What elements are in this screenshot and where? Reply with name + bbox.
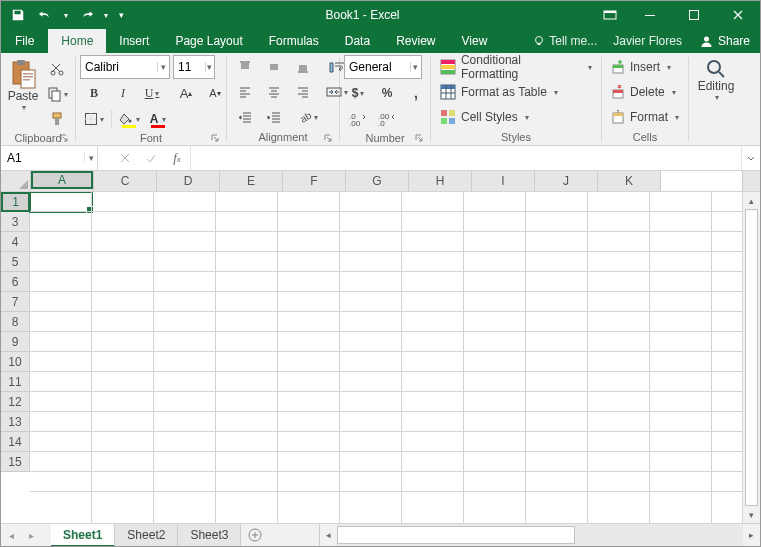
align-bottom-button[interactable] [289, 55, 317, 79]
tab-insert[interactable]: Insert [106, 29, 162, 53]
font-color-button[interactable]: A▾ [144, 107, 172, 131]
insert-cells-button[interactable]: Insert▾ [606, 55, 684, 79]
tab-review[interactable]: Review [383, 29, 448, 53]
sheet-tab[interactable]: Sheet2 [115, 524, 178, 546]
row-header[interactable]: 4 [1, 232, 30, 252]
find-select-button[interactable]: Editing ▾ [694, 55, 738, 129]
underline-button[interactable]: U▾ [138, 81, 166, 105]
tell-me[interactable]: Tell me... [525, 29, 605, 53]
chevron-down-icon[interactable]: ▾ [410, 62, 421, 72]
minimize-button[interactable] [628, 1, 672, 29]
align-center-button[interactable] [260, 80, 288, 104]
column-header[interactable]: D [157, 171, 220, 191]
increase-indent-button[interactable] [260, 105, 288, 129]
tab-data[interactable]: Data [332, 29, 383, 53]
chevron-down-icon[interactable]: ▾ [205, 62, 214, 72]
column-header[interactable]: K [598, 171, 661, 191]
row-header[interactable]: 7 [1, 292, 30, 312]
increase-font-button[interactable]: A▴ [172, 81, 200, 105]
comma-format-button[interactable]: , [402, 81, 430, 105]
column-header[interactable]: A [31, 171, 93, 189]
decrease-indent-button[interactable] [231, 105, 259, 129]
vertical-scrollbar[interactable]: ▴ ▾ [742, 192, 760, 523]
cell-styles-button[interactable]: Cell Styles▾ [435, 105, 597, 129]
scroll-up-button[interactable]: ▴ [743, 192, 760, 209]
scroll-right-button[interactable]: ▸ [743, 524, 760, 546]
font-name-input[interactable] [81, 60, 157, 74]
redo-button[interactable] [73, 1, 99, 29]
undo-button[interactable] [33, 1, 59, 29]
copy-button[interactable]: ▾ [43, 82, 71, 106]
column-header[interactable]: F [283, 171, 346, 191]
row-header[interactable]: 5 [1, 252, 30, 272]
fill-color-button[interactable]: ▾ [115, 107, 143, 131]
name-box[interactable]: ▾ [1, 146, 98, 170]
sheet-nav-next[interactable]: ▸ [21, 524, 41, 546]
tab-formulas[interactable]: Formulas [256, 29, 332, 53]
number-format-input[interactable] [345, 60, 410, 74]
font-launcher[interactable] [208, 131, 222, 145]
align-middle-button[interactable] [260, 55, 288, 79]
undo-dropdown[interactable]: ▾ [61, 1, 71, 29]
horizontal-scrollbar[interactable]: ◂ ▸ [319, 524, 760, 546]
clipboard-launcher[interactable] [57, 131, 71, 145]
decrease-decimal-button[interactable]: .00.0 [373, 107, 401, 131]
column-header[interactable]: E [220, 171, 283, 191]
qat-customize[interactable]: ▾ [113, 1, 129, 29]
column-header[interactable]: I [472, 171, 535, 191]
bold-button[interactable]: B [80, 81, 108, 105]
align-left-button[interactable] [231, 80, 259, 104]
name-box-input[interactable] [1, 151, 84, 165]
cut-button[interactable] [43, 57, 71, 81]
row-header[interactable]: 12 [1, 392, 30, 412]
sheet-nav-prev[interactable]: ◂ [1, 524, 21, 546]
column-header[interactable]: J [535, 171, 598, 191]
expand-formula-bar[interactable] [741, 146, 760, 170]
tab-page-layout[interactable]: Page Layout [162, 29, 255, 53]
row-header[interactable]: 11 [1, 372, 30, 392]
sheet-tab[interactable]: Sheet1 [51, 524, 115, 547]
increase-decimal-button[interactable]: .0.00 [344, 107, 372, 131]
format-cells-button[interactable]: Format▾ [606, 105, 684, 129]
row-header[interactable]: 9 [1, 332, 30, 352]
format-painter-button[interactable] [43, 107, 71, 131]
cells-area[interactable] [30, 192, 742, 523]
font-name-combo[interactable]: ▾ [80, 55, 170, 79]
orientation-button[interactable]: ab▾ [294, 105, 322, 129]
new-sheet-button[interactable] [241, 524, 269, 546]
close-button[interactable] [716, 1, 760, 29]
save-button[interactable] [5, 1, 31, 29]
sheet-tab[interactable]: Sheet3 [178, 524, 241, 546]
chevron-down-icon[interactable]: ▾ [84, 153, 97, 163]
hscroll-thumb[interactable] [337, 526, 574, 544]
share-button[interactable]: Share [690, 29, 760, 53]
row-header[interactable]: 10 [1, 352, 30, 372]
account-name[interactable]: Javier Flores [605, 29, 690, 53]
font-size-input[interactable] [174, 60, 205, 74]
font-size-combo[interactable]: ▾ [173, 55, 215, 79]
scroll-down-button[interactable]: ▾ [743, 506, 760, 523]
number-launcher[interactable] [412, 131, 426, 145]
align-top-button[interactable] [231, 55, 259, 79]
delete-cells-button[interactable]: Delete▾ [606, 80, 684, 104]
redo-dropdown[interactable]: ▾ [101, 1, 111, 29]
scroll-left-button[interactable]: ◂ [320, 524, 337, 546]
row-header[interactable]: 15 [1, 452, 30, 472]
row-header[interactable]: 3 [1, 212, 30, 232]
fill-handle[interactable] [86, 206, 94, 214]
accounting-format-button[interactable]: $▾ [344, 81, 372, 105]
conditional-formatting-button[interactable]: Conditional Formatting▾ [435, 55, 597, 79]
maximize-button[interactable] [672, 1, 716, 29]
tab-view[interactable]: View [449, 29, 501, 53]
formula-input[interactable] [191, 146, 741, 170]
format-as-table-button[interactable]: Format as Table▾ [435, 80, 597, 104]
column-header[interactable]: C [94, 171, 157, 191]
column-header[interactable]: H [409, 171, 472, 191]
align-right-button[interactable] [289, 80, 317, 104]
decrease-font-button[interactable]: A▾ [201, 81, 229, 105]
select-all-corner[interactable] [1, 171, 31, 191]
row-header[interactable]: 8 [1, 312, 30, 332]
tab-file[interactable]: File [1, 29, 48, 53]
column-header[interactable]: G [346, 171, 409, 191]
row-header[interactable]: 13 [1, 412, 30, 432]
